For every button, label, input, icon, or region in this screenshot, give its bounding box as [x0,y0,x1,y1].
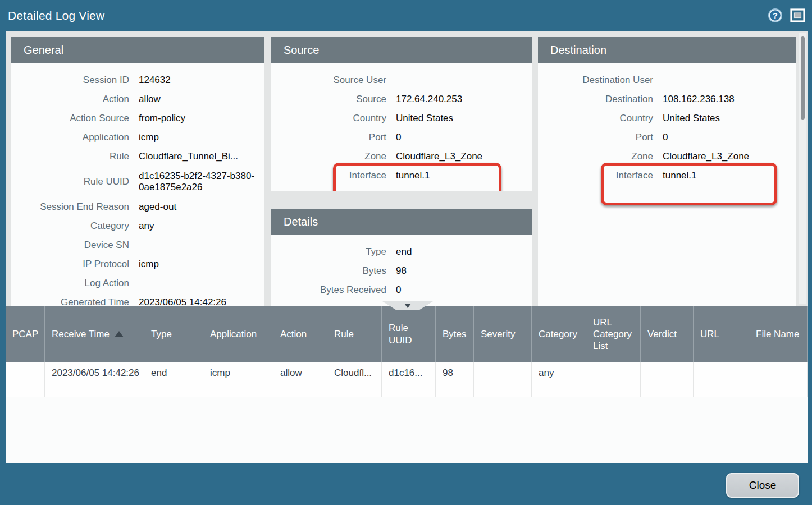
field-value: United States [663,113,796,124]
field-label: Zone [538,151,653,162]
field-label: Interface [538,170,653,181]
field-value: tunnel.1 [663,170,796,181]
field-row-source: Source172.64.240.253 [271,90,532,109]
field-label: Source [271,94,386,105]
column-header-url[interactable]: URL [694,306,749,362]
log-cell-action: allow [273,362,327,397]
log-table-row[interactable]: 2023/06/05 14:42:26 end icmp allow Cloud… [6,362,808,397]
field-label: Action [11,94,129,105]
field-label: Device SN [11,240,129,251]
field-label: Rule [11,151,129,162]
field-label: Source User [271,75,386,86]
close-button[interactable]: Close [726,473,799,498]
field-label: Generated Time [11,297,129,306]
column-header-pcap[interactable]: PCAP [6,306,45,362]
log-detail-area: General Session ID124632 Actionallow Act… [6,31,808,306]
field-row-action: Actionallow [11,90,264,109]
column-header-category[interactable]: Category [532,306,586,362]
field-label: Destination User [538,75,653,86]
field-value: Cloudflare_Tunnel_Bi... [139,151,264,162]
field-row-device-sn: Device SN [11,236,264,255]
field-row-rule: RuleCloudflare_Tunnel_Bi... [11,147,264,166]
column-header-action[interactable]: Action [273,306,327,362]
log-cell-bytes: 98 [436,362,474,397]
field-value: aged-out [139,201,264,213]
field-row-source-user: Source User [271,71,532,90]
field-value: Cloudflare_L3_Zone [663,151,796,162]
field-value: icmp [139,259,264,270]
field-row-zone: ZoneCloudflare_L3_Zone [538,147,796,166]
field-row-ip-protocol: IP Protocolicmp [11,255,264,274]
help-icon[interactable]: ? [768,8,783,23]
log-cell-category: any [532,362,586,397]
field-value: 124632 [139,75,264,86]
field-value: 2023/06/05 14:42:26 [139,297,264,306]
log-cell-receive-time: 2023/06/05 14:42:26 [45,362,144,397]
field-value: Cloudflare_L3_Zone [396,151,532,162]
field-label: IP Protocol [11,259,129,270]
log-cell-url [694,362,749,397]
field-row-application: Applicationicmp [11,128,264,147]
field-row-session-id: Session ID124632 [11,71,264,90]
field-row-country: CountryUnited States [271,109,532,128]
field-row-action-source: Action Sourcefrom-policy [11,109,264,128]
panel-general-header: General [11,37,264,63]
dialog-footer: Close [0,463,812,505]
column-header-application[interactable]: Application [203,306,273,362]
field-label: Category [11,221,129,232]
field-value: end [396,246,532,258]
field-value: 108.162.236.138 [663,94,796,105]
column-header-rule[interactable]: Rule [327,306,382,362]
log-cell-severity [474,362,532,397]
field-label: Session End Reason [11,201,129,213]
panel-general-body: Session ID124632 Actionallow Action Sour… [11,63,264,306]
column-header-verdict[interactable]: Verdict [641,306,694,362]
column-header-bytes[interactable]: Bytes [436,306,474,362]
panel-source-body: Source User Source172.64.240.253 Country… [271,63,532,191]
field-label: Interface [271,170,386,181]
titlebar-icons: ? [768,8,812,23]
field-value: d1c16235-b2f2-4327-b380-0ae1875e2a26 [139,171,264,192]
panel-destination-header: Destination [538,37,796,63]
field-row-country: CountryUnited States [538,109,796,128]
field-row-session-end-reason: Session End Reasonaged-out [11,198,264,217]
field-value: any [139,221,264,232]
column-header-url-category-list[interactable]: URL Category List [586,306,641,362]
field-row-port: Port0 [538,128,796,147]
field-label: Bytes [271,265,386,277]
column-header-severity[interactable]: Severity [474,306,532,362]
panel-destination: Destination Destination User Destination… [538,37,796,306]
panel-details-body: Typeend Bytes98 Bytes Received0 [271,235,532,306]
field-label: Action Source [11,113,129,124]
log-cell-rule-uuid: d1c16... [382,362,436,397]
column-header-type[interactable]: Type [144,306,203,362]
log-cell-application: icmp [203,362,273,397]
panel-details-header: Details [271,209,532,235]
field-value: 98 [396,265,532,277]
field-row-destination-user: Destination User [538,71,796,90]
field-label: Type [271,246,386,258]
detailed-log-view-dialog: Detailed Log View ? General Session ID12… [0,0,812,505]
log-table: PCAP Receive Time Type Application Actio… [6,306,808,463]
column-header-receive-time[interactable]: Receive Time [45,306,144,362]
column-header-rule-uuid[interactable]: Rule UUID [382,306,436,362]
field-value: 172.64.240.253 [396,94,532,105]
field-label: Port [271,132,386,143]
field-label: Application [11,132,129,143]
column-header-file-name[interactable]: File Name [749,306,808,362]
log-cell-pcap [6,362,45,397]
field-label: Rule UUID [11,176,129,187]
restore-window-icon[interactable] [790,8,805,23]
field-label: Port [538,132,653,143]
field-row-generated-time: Generated Time2023/06/05 14:42:26 [11,293,264,306]
field-label: Bytes Received [271,284,386,296]
field-row-interface: Interfacetunnel.1 [271,166,532,185]
panel-general: General Session ID124632 Actionallow Act… [11,37,264,306]
field-row-category: Categoryany [11,217,264,236]
field-value: 0 [396,132,532,143]
field-label: Country [538,113,653,124]
field-row-bytes-received: Bytes Received0 [271,281,532,300]
help-glyph: ? [773,11,778,20]
field-value: tunnel.1 [396,170,532,181]
scrollbar-thumb[interactable] [801,36,805,120]
